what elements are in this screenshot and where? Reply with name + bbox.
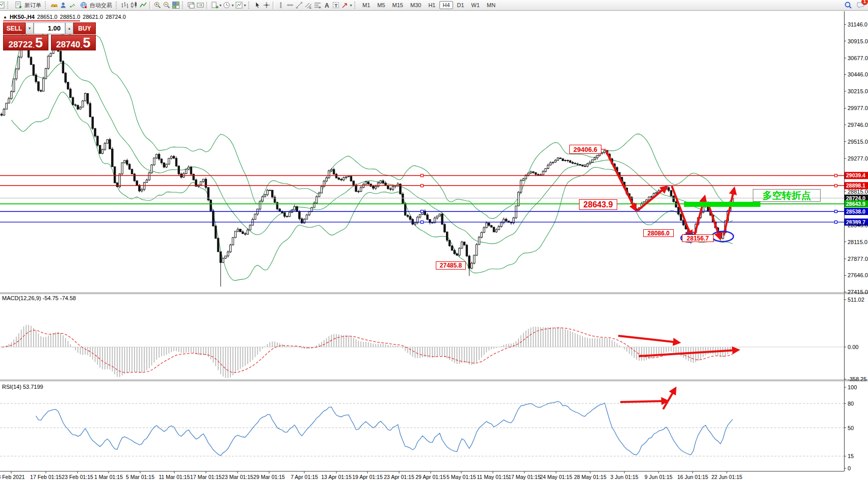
- macd-signal-line: [2, 328, 733, 372]
- cursor-icon[interactable]: [253, 1, 262, 10]
- buy-button[interactable]: BUY: [73, 22, 96, 34]
- chart-shift-icon[interactable]: [196, 1, 205, 10]
- toolbar-grip[interactable]: [116, 2, 119, 9]
- line-handle[interactable]: [835, 184, 837, 187]
- vertical-line-icon[interactable]: [276, 1, 285, 10]
- window-chart-icon[interactable]: [0, 1, 6, 10]
- line-handle[interactable]: [835, 221, 837, 223]
- notifications-button[interactable]: 1: [856, 1, 865, 10]
- svg-text:28346.0: 28346.0: [848, 222, 868, 228]
- gold-instrument-icon[interactable]: [49, 1, 59, 10]
- text-label-icon[interactable]: T: [331, 1, 340, 10]
- volume-input[interactable]: 1.00: [34, 22, 65, 34]
- toolbar-grip[interactable]: [354, 2, 357, 9]
- timeframe-m15[interactable]: M15: [389, 1, 406, 9]
- svg-text:23 Mar 01:15: 23 Mar 01:15: [222, 474, 253, 480]
- timeframe-h4[interactable]: H4: [439, 1, 453, 9]
- svg-text:17 Mar 01:15: 17 Mar 01:15: [190, 474, 222, 480]
- trendline-icon[interactable]: [295, 1, 304, 10]
- rsi-line: [36, 402, 733, 456]
- svg-text:16 Jun 01:15: 16 Jun 01:15: [677, 474, 708, 480]
- indicators-dropdown-icon[interactable]: ▾: [234, 1, 247, 10]
- ohlc-low: 28621.0: [83, 14, 103, 20]
- buy-price-fraction: 5: [83, 37, 90, 49]
- line-chart-icon[interactable]: [139, 1, 148, 10]
- line-handle[interactable]: [421, 174, 424, 177]
- line-handle[interactable]: [421, 221, 424, 223]
- svg-text:28538.0: 28538.0: [846, 208, 865, 215]
- timeframe-m5[interactable]: M5: [374, 1, 388, 9]
- toolbar-grip[interactable]: [7, 2, 10, 9]
- volume-decrease-button[interactable]: ▼: [25, 22, 34, 34]
- svg-text:30677.0: 30677.0: [848, 55, 868, 61]
- symbol-period-label: HK50-,H4: [10, 14, 35, 20]
- svg-text:13 Apr 01:15: 13 Apr 01:15: [321, 474, 352, 480]
- zoom-out-icon[interactable]: [162, 1, 171, 10]
- svg-text:22 Jun 01:15: 22 Jun 01:15: [712, 474, 743, 480]
- notification-badge: 1: [861, 0, 868, 5]
- buy-price[interactable]: 28740.5: [51, 35, 96, 50]
- timeframe-h1[interactable]: H1: [425, 1, 438, 9]
- svg-text:24 May 01:15: 24 May 01:15: [540, 474, 572, 480]
- one-click-trading-panel: SELL ▼ 1.00 ▲ BUY 28722.5 28740.5: [3, 22, 96, 50]
- bollinger-bands: [11, 25, 732, 280]
- line-handle[interactable]: [835, 210, 837, 212]
- macd-indicator-label: MACD(12,26,9) -54.75 -74.58: [2, 295, 76, 301]
- svg-text:511.02: 511.02: [848, 297, 864, 303]
- timeframe-w1[interactable]: W1: [468, 1, 483, 9]
- svg-text:100: 100: [848, 384, 857, 390]
- community-icon[interactable]: [59, 1, 68, 10]
- buy-price-main: 28740: [56, 40, 80, 49]
- svg-text:28643.9: 28643.9: [846, 201, 865, 207]
- sell-button[interactable]: SELL: [3, 22, 25, 34]
- svg-text:23 Apr 01:15: 23 Apr 01:15: [384, 474, 414, 480]
- signals-icon[interactable]: [68, 1, 77, 10]
- tile-windows-icon[interactable]: [171, 1, 180, 10]
- panel-frame: [0, 11, 868, 471]
- timeframe-group: M1M5M15M30H1H4D1W1MN: [359, 1, 499, 9]
- timeframe-m1[interactable]: M1: [359, 1, 373, 9]
- timeframe-mn[interactable]: MN: [484, 1, 498, 9]
- fibonacci-icon[interactable]: F: [313, 1, 322, 10]
- main-toolbar: 新订单自动交易▾▾▾EFAT▾M1M5M15M30H1H4D1W1MN 1: [0, 0, 868, 11]
- toolbar-separator: [149, 2, 151, 9]
- autotrade-button[interactable]: 自动交易: [77, 1, 114, 10]
- horizontal-line-icon[interactable]: [285, 1, 295, 10]
- periods-dropdown-icon[interactable]: ▾: [222, 1, 234, 10]
- line-handle[interactable]: [421, 210, 424, 212]
- timeframe-d1[interactable]: D1: [454, 1, 467, 9]
- collapse-icon[interactable]: ▲: [3, 15, 7, 19]
- crosshair-icon[interactable]: [262, 1, 271, 10]
- svg-text:29039.4: 29039.4: [846, 172, 865, 178]
- line-handle[interactable]: [421, 184, 424, 187]
- svg-text:28724.0: 28724.0: [846, 195, 865, 201]
- equidistant-channel-icon[interactable]: E: [304, 1, 313, 10]
- search-icon[interactable]: [844, 1, 853, 10]
- bar-chart-icon[interactable]: [120, 1, 129, 10]
- line-handle[interactable]: [835, 174, 837, 177]
- toolbar-grip[interactable]: [248, 2, 251, 9]
- svg-text:19 Apr 01:15: 19 Apr 01:15: [352, 474, 383, 480]
- toolbar-grip[interactable]: [45, 2, 48, 9]
- svg-text:29977.0: 29977.0: [848, 105, 868, 111]
- price-annotation-label: 28643.9: [579, 199, 617, 210]
- new-chart-dropdown-icon[interactable]: ▾: [210, 1, 222, 10]
- sell-price[interactable]: 28722.5: [3, 35, 48, 50]
- trend-arrows: [606, 151, 737, 409]
- chart-canvas[interactable]: 29039.428898.128724.028643.928538.028389…: [0, 10, 868, 480]
- svg-text:30446.0: 30446.0: [848, 71, 868, 77]
- svg-text:3 Feb 2021: 3 Feb 2021: [0, 474, 25, 480]
- candle-chart-icon[interactable]: [129, 1, 139, 10]
- svg-text:28815.0: 28815.0: [848, 189, 868, 195]
- chart-ohlc-header: ▲ HK50-,H4 28651.0 28851.0 28621.0 28724…: [3, 14, 126, 20]
- toolbar-separator: [206, 2, 208, 9]
- zoom-in-icon[interactable]: [153, 1, 162, 10]
- auto-arrange-icon[interactable]: [187, 1, 196, 10]
- price-annotation-label: 28156.7: [682, 234, 714, 242]
- toolbar-grip[interactable]: [182, 2, 185, 9]
- volume-increase-button[interactable]: ▲: [65, 22, 73, 34]
- new-order-button[interactable]: 新订单: [12, 1, 43, 10]
- text-icon[interactable]: A: [322, 1, 331, 10]
- arrows-shapes-icon[interactable]: ▾: [340, 1, 353, 10]
- timeframe-m30[interactable]: M30: [407, 1, 424, 9]
